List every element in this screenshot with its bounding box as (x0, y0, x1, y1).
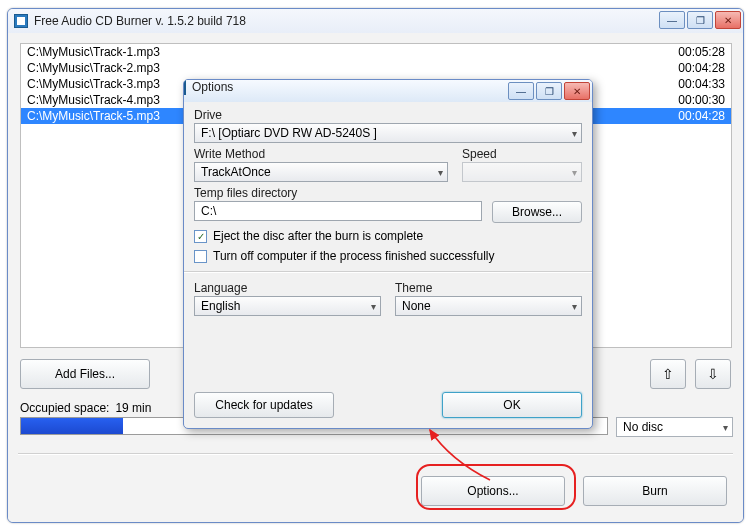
options-button[interactable]: Options... (421, 476, 565, 506)
options-titlebar[interactable]: Options — ❐ ✕ (184, 80, 592, 102)
shutdown-checkbox[interactable]: Turn off computer if the process finishe… (194, 249, 582, 263)
theme-value: None (402, 299, 431, 313)
drive-label: Drive (194, 108, 582, 122)
track-path: C:\MyMusic\Track-5.mp3 (27, 108, 160, 124)
eject-label: Eject the disc after the burn is complet… (213, 229, 423, 243)
drive-select[interactable]: F:\ [Optiarc DVD RW AD-5240S ] ▾ (194, 123, 582, 143)
theme-select[interactable]: None ▾ (395, 296, 582, 316)
disc-selector-value: No disc (623, 420, 663, 434)
chevron-down-icon: ▾ (572, 167, 577, 178)
language-value: English (201, 299, 240, 313)
app-icon (14, 14, 28, 28)
track-duration: 00:04:28 (678, 108, 725, 124)
minimize-button[interactable]: — (659, 11, 685, 29)
temp-dir-value: C:\ (201, 204, 216, 218)
track-path: C:\MyMusic\Track-4.mp3 (27, 92, 160, 108)
chevron-down-icon: ▾ (572, 301, 577, 312)
move-up-button[interactable]: ⇧ (650, 359, 686, 389)
divider (18, 453, 733, 455)
language-label: Language (194, 281, 381, 295)
eject-checkbox[interactable]: ✓ Eject the disc after the burn is compl… (194, 229, 582, 243)
speed-select[interactable]: ▾ (462, 162, 582, 182)
divider (184, 271, 592, 273)
track-row[interactable]: C:\MyMusic\Track-1.mp300:05:28 (21, 44, 731, 60)
track-duration: 00:00:30 (678, 92, 725, 108)
drive-select-value: F:\ [Optiarc DVD RW AD-5240S ] (201, 126, 377, 140)
write-method-value: TrackAtOnce (201, 165, 271, 179)
temp-dir-input[interactable]: C:\ (194, 201, 482, 221)
track-duration: 00:04:28 (678, 60, 725, 76)
track-duration: 00:05:28 (678, 44, 725, 60)
track-path: C:\MyMusic\Track-2.mp3 (27, 60, 160, 76)
checkbox-icon: ✓ (194, 230, 207, 243)
occupied-space-label: Occupied space: 19 min (20, 401, 151, 415)
main-titlebar[interactable]: Free Audio CD Burner v. 1.5.2 build 718 … (8, 9, 743, 33)
shutdown-label: Turn off computer if the process finishe… (213, 249, 494, 263)
maximize-button[interactable]: ❐ (687, 11, 713, 29)
dialog-close-button[interactable]: ✕ (564, 82, 590, 100)
theme-label: Theme (395, 281, 582, 295)
write-method-label: Write Method (194, 147, 448, 161)
disc-selector[interactable]: No disc ▾ (616, 417, 733, 437)
options-body: Drive F:\ [Optiarc DVD RW AD-5240S ] ▾ W… (184, 102, 592, 428)
browse-button[interactable]: Browse... (492, 201, 582, 223)
occupied-progress-fill (21, 418, 123, 434)
temp-dir-label: Temp files directory (194, 186, 582, 200)
dialog-maximize-button[interactable]: ❐ (536, 82, 562, 100)
app-icon (184, 79, 186, 95)
chevron-down-icon: ▾ (723, 422, 728, 433)
chevron-down-icon: ▾ (438, 167, 443, 178)
add-files-button[interactable]: Add Files... (20, 359, 150, 389)
chevron-down-icon: ▾ (371, 301, 376, 312)
occupied-value: 19 min (115, 401, 151, 415)
checkbox-icon (194, 250, 207, 263)
track-path: C:\MyMusic\Track-3.mp3 (27, 76, 160, 92)
options-title: Options (192, 80, 233, 94)
dialog-minimize-button[interactable]: — (508, 82, 534, 100)
occupied-label-text: Occupied space: (20, 401, 109, 415)
language-select[interactable]: English ▾ (194, 296, 381, 316)
write-method-select[interactable]: TrackAtOnce ▾ (194, 162, 448, 182)
ok-button[interactable]: OK (442, 392, 582, 418)
track-path: C:\MyMusic\Track-1.mp3 (27, 44, 160, 60)
move-down-button[interactable]: ⇩ (695, 359, 731, 389)
burn-button[interactable]: Burn (583, 476, 727, 506)
options-dialog: Options — ❐ ✕ Drive F:\ [Optiarc DVD RW … (183, 79, 593, 429)
check-updates-button[interactable]: Check for updates (194, 392, 334, 418)
speed-label: Speed (462, 147, 582, 161)
main-title: Free Audio CD Burner v. 1.5.2 build 718 (34, 14, 246, 28)
close-button[interactable]: ✕ (715, 11, 741, 29)
track-row[interactable]: C:\MyMusic\Track-2.mp300:04:28 (21, 60, 731, 76)
chevron-down-icon: ▾ (572, 128, 577, 139)
track-duration: 00:04:33 (678, 76, 725, 92)
